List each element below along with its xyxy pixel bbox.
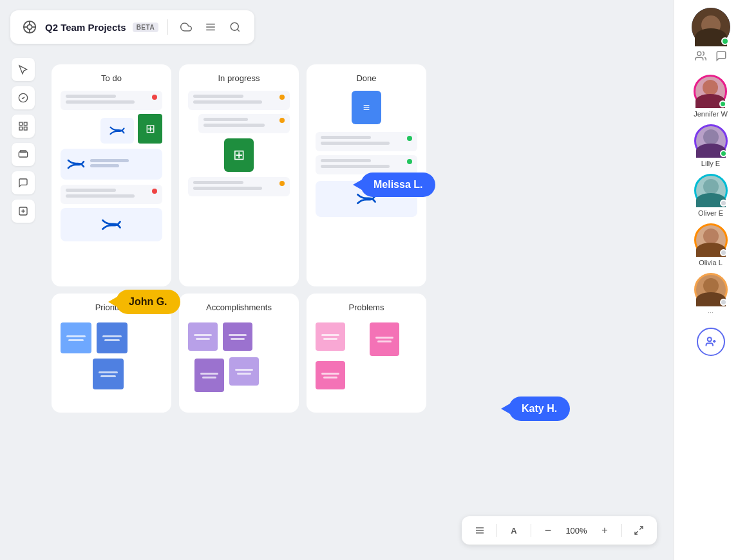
online-dot bbox=[719, 100, 726, 107]
page-title: Q2 Team Projects bbox=[45, 22, 126, 33]
confluence-icon[interactable] bbox=[61, 208, 162, 241]
kanban-inprogress: In progress ⊞ bbox=[179, 64, 299, 286]
task-line bbox=[193, 187, 262, 190]
sticky-note[interactable] bbox=[223, 322, 252, 351]
task-card[interactable] bbox=[198, 114, 290, 133]
topbar: Q2 Team Projects BETA bbox=[10, 10, 254, 44]
sticky-note[interactable] bbox=[61, 322, 91, 353]
chat-tool[interactable] bbox=[12, 171, 35, 194]
logo-icon bbox=[21, 18, 39, 36]
search-icon[interactable] bbox=[226, 18, 244, 36]
sticky-notes-problems bbox=[316, 320, 417, 392]
zoom-out-button[interactable]: − bbox=[539, 521, 557, 539]
svg-rect-14 bbox=[19, 127, 23, 130]
user-last[interactable]: ··· bbox=[694, 273, 728, 316]
offline-dot bbox=[720, 200, 727, 207]
confluence-card[interactable] bbox=[61, 149, 162, 180]
svg-point-9 bbox=[231, 23, 238, 30]
task-line bbox=[193, 95, 243, 98]
svg-line-10 bbox=[238, 29, 240, 31]
bottom-toolbar: A − 100% + bbox=[462, 516, 657, 545]
divider bbox=[167, 19, 168, 35]
task-line bbox=[321, 159, 371, 162]
sticky-note[interactable] bbox=[97, 322, 128, 353]
task-line bbox=[321, 136, 371, 139]
task-line bbox=[193, 181, 243, 184]
google-sheets-doc[interactable]: ⊞ bbox=[138, 114, 162, 144]
svg-point-1 bbox=[27, 24, 32, 29]
sticky-note[interactable] bbox=[188, 322, 218, 351]
add-tool[interactable] bbox=[12, 200, 35, 223]
cursor-tool[interactable] bbox=[12, 58, 35, 81]
user-oliver[interactable]: Oliver E bbox=[694, 174, 728, 217]
offline-dot bbox=[720, 299, 727, 306]
doc-line bbox=[90, 159, 129, 162]
svg-point-22 bbox=[707, 337, 711, 341]
confluence-doc[interactable] bbox=[100, 118, 134, 144]
sticky-note[interactable] bbox=[194, 359, 224, 392]
user-lilly[interactable]: Lilly E bbox=[694, 124, 728, 167]
todo-title: To do bbox=[61, 73, 162, 83]
check-tool[interactable] bbox=[12, 86, 35, 109]
task-card[interactable] bbox=[61, 185, 162, 204]
user-name-jennifer: Jennifer W bbox=[694, 110, 728, 118]
task-line bbox=[203, 118, 248, 121]
zoom-in-button[interactable]: + bbox=[596, 521, 614, 539]
kanban-problems: Problems bbox=[307, 294, 426, 413]
sticky-note[interactable] bbox=[370, 322, 399, 356]
cursor-name-melissa: Melissa L. bbox=[374, 179, 422, 191]
main-user-avatar[interactable] bbox=[692, 8, 730, 46]
user-jennifer[interactable]: Jennifer W bbox=[694, 75, 728, 118]
priority-dot bbox=[279, 181, 285, 186]
add-user-button[interactable] bbox=[697, 328, 725, 356]
cursor-melissa: Melissa L. bbox=[361, 173, 435, 197]
svg-rect-15 bbox=[24, 127, 27, 130]
layer-tool[interactable] bbox=[12, 143, 35, 166]
task-card[interactable] bbox=[316, 155, 417, 174]
grid-tool[interactable] bbox=[12, 115, 35, 138]
task-card[interactable] bbox=[188, 91, 290, 110]
google-doc[interactable]: ≡ bbox=[316, 91, 417, 124]
priority-dot bbox=[279, 95, 285, 100]
sticky-note[interactable] bbox=[316, 361, 345, 389]
fullscreen-button[interactable] bbox=[630, 521, 648, 539]
cursor-john: John G. bbox=[116, 290, 180, 314]
offline-dot bbox=[720, 249, 727, 256]
zoom-level: 100% bbox=[565, 526, 588, 536]
task-line bbox=[321, 165, 390, 168]
beta-badge: BETA bbox=[133, 23, 158, 32]
list-view-button[interactable] bbox=[471, 521, 489, 539]
text-format-button[interactable]: A bbox=[505, 521, 523, 539]
task-line bbox=[66, 189, 116, 192]
task-card[interactable] bbox=[316, 132, 417, 151]
svg-point-21 bbox=[697, 51, 701, 55]
sticky-note[interactable] bbox=[93, 359, 124, 389]
cloud-icon[interactable] bbox=[177, 18, 195, 36]
priority-dot bbox=[152, 189, 157, 194]
cursor-katy: Katy H. bbox=[509, 397, 570, 421]
sticky-note[interactable] bbox=[229, 357, 259, 386]
task-card[interactable] bbox=[188, 177, 290, 196]
sticky-notes-accomplishments bbox=[188, 320, 290, 395]
priority-dot bbox=[279, 118, 285, 123]
kanban-todo: To do ⊞ bbox=[52, 64, 171, 286]
cursor-name-katy: Katy H. bbox=[522, 403, 557, 415]
sheets-icon[interactable]: ⊞ bbox=[188, 138, 290, 172]
left-sidebar bbox=[12, 58, 35, 223]
user-olivia[interactable]: Olivia L bbox=[694, 223, 728, 266]
priority-dot bbox=[152, 95, 157, 100]
online-dot bbox=[720, 150, 727, 157]
done-title: Done bbox=[316, 73, 417, 83]
sticky-note[interactable] bbox=[316, 322, 345, 351]
task-card[interactable] bbox=[61, 91, 162, 110]
canvas: To do ⊞ bbox=[0, 0, 674, 560]
task-line bbox=[66, 194, 135, 198]
toolbar-divider bbox=[531, 524, 531, 537]
priority-dot bbox=[407, 159, 412, 164]
user-name-oliver: Oliver E bbox=[698, 209, 723, 217]
user-name-lilly: Lilly E bbox=[701, 160, 720, 167]
users-icon[interactable] bbox=[695, 50, 706, 64]
svg-line-29 bbox=[635, 531, 638, 534]
chat-icon[interactable] bbox=[715, 50, 727, 64]
menu-icon[interactable] bbox=[202, 18, 220, 36]
